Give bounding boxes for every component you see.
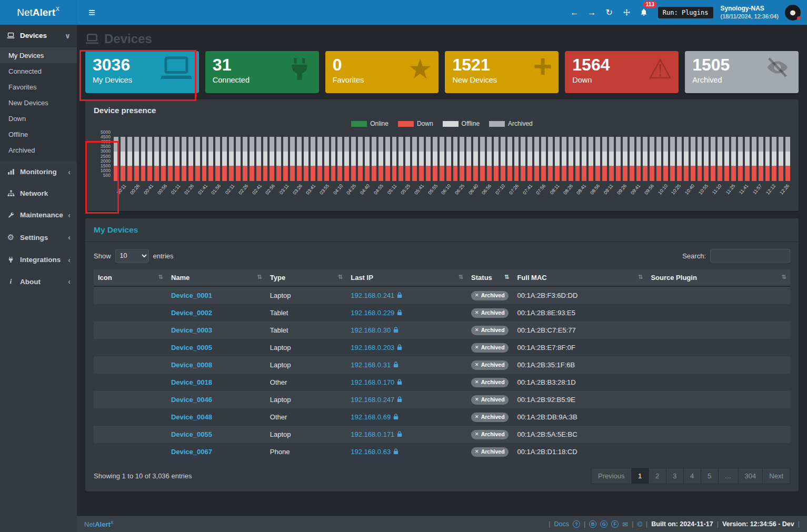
device-name-link[interactable]: Device_0005 (171, 344, 212, 352)
table-header-row: Icon⇅Name⇅Type⇅Last IP⇅Status⇅Full MAC⇅S… (94, 269, 790, 286)
bar-segment-down (147, 166, 152, 181)
bar-segment-archived (466, 137, 471, 152)
ip-link[interactable]: 192.168.0.63 (351, 448, 391, 456)
ip-link[interactable]: 192.168.0.203 (351, 344, 394, 352)
device-row: Device_0008Laptop192.168.0.31✕Archived00… (94, 356, 790, 374)
ip-link[interactable]: 192.168.0.30 (351, 326, 391, 334)
column-header-last-ip[interactable]: Last IP⇅ (346, 269, 467, 286)
pagination-page-2[interactable]: 2 (649, 468, 666, 484)
legend-item-archived[interactable]: Archived (489, 120, 533, 127)
bar-segment-offline (147, 152, 152, 166)
copyright-icon[interactable]: © (637, 520, 642, 528)
app-logo[interactable]: NetAlertX (0, 0, 77, 25)
column-header-full-mac[interactable]: Full MAC⇅ (513, 269, 646, 286)
ip-link[interactable]: 192.168.0.170 (351, 378, 394, 386)
cell-last-ip: 192.168.0.247 (346, 391, 467, 408)
sidebar-item-connected[interactable]: Connected (0, 63, 77, 79)
presence-bar (507, 137, 512, 181)
back-icon[interactable]: ← (566, 5, 583, 21)
mail-icon[interactable]: ✉ (622, 520, 628, 528)
sidebar-item-offline[interactable]: Offline (0, 126, 77, 142)
legend-item-online[interactable]: Online (351, 120, 388, 127)
cell-status: ✕Archived (467, 374, 513, 391)
bar-segment-archived (759, 137, 763, 152)
pagination-page-5[interactable]: 5 (701, 468, 719, 484)
stat-card-my-devices[interactable]: 3036 My Devices (85, 51, 199, 93)
bar-segment-offline (317, 152, 322, 166)
device-name-link[interactable]: Device_0003 (171, 326, 212, 334)
sidebar-item-maintenance[interactable]: Maintenance ‹ (0, 204, 77, 226)
refresh-icon[interactable]: ↻ (601, 5, 618, 21)
cell-full-mac: 00:1A:2B:F3:6D:DD (513, 286, 646, 304)
legend-item-offline[interactable]: Offline (443, 120, 480, 127)
sidebar-item-network[interactable]: Network (0, 183, 77, 204)
ip-link[interactable]: 192.168.0.69 (351, 413, 391, 421)
pagination-previous[interactable]: Previous (591, 468, 632, 484)
sidebar-item-archived[interactable]: Archived (0, 142, 77, 158)
column-header-type[interactable]: Type⇅ (266, 269, 346, 286)
docs-link[interactable]: Docs (554, 520, 569, 528)
stat-card-down[interactable]: 1564 Down ⚠ (565, 51, 679, 93)
bar-segment-archived (507, 137, 512, 152)
sidebar-item-my-devices[interactable]: My Devices (0, 47, 77, 63)
stat-card-new-devices[interactable]: 1521 New Devices + (445, 51, 559, 93)
device-row: Device_0048Other192.168.0.69✕Archived00:… (94, 408, 790, 426)
legend-item-down[interactable]: Down (398, 120, 433, 127)
pagination-page-1[interactable]: 1 (631, 468, 649, 484)
sidebar-item-monitoring[interactable]: Monitoring ‹ (0, 161, 77, 183)
bar-segment-archived (582, 137, 586, 152)
ip-link[interactable]: 192.168.0.31 (351, 361, 391, 369)
device-name-link[interactable]: Device_0067 (171, 448, 212, 456)
menu-toggle-icon[interactable]: ≡ (83, 6, 101, 19)
stat-card-favorites[interactable]: 0 Favorites ★ (325, 51, 439, 93)
column-header-status[interactable]: Status⇅ (467, 269, 513, 286)
page-length-select[interactable]: 10 (115, 249, 149, 263)
ip-link[interactable]: 192.168.0.229 (351, 309, 394, 317)
ip-link[interactable]: 192.168.0.241 (351, 292, 394, 299)
device-name-link[interactable]: Device_0002 (171, 309, 212, 317)
footer-brand[interactable]: NetAlertX (84, 520, 114, 528)
stat-card-connected[interactable]: 31 Connected (205, 51, 319, 93)
column-header-name[interactable]: Name⇅ (167, 269, 266, 286)
sidebar-item-down[interactable]: Down (0, 111, 77, 126)
ip-link[interactable]: 192.168.0.247 (351, 396, 394, 404)
cell-full-mac: 00:1A:2B:DB:9A:3B (513, 408, 646, 426)
device-name-link[interactable]: Device_0018 (171, 378, 212, 386)
pagination-next[interactable]: Next (762, 468, 790, 484)
help-icon[interactable]: ? (573, 520, 580, 528)
pagination-page-…[interactable]: … (718, 468, 739, 484)
bar-segment-offline (324, 152, 329, 166)
bar-segment-down (569, 166, 573, 181)
device-name-link[interactable]: Device_0048 (171, 413, 212, 421)
sidebar-item-devices[interactable]: Devices ∨ (0, 25, 77, 46)
footer-brand-net: Net (84, 520, 95, 528)
gitlab-icon[interactable]: F (611, 520, 619, 528)
search-input[interactable] (710, 249, 790, 263)
ip-link[interactable]: 192.168.0.171 (351, 430, 394, 438)
column-header-icon[interactable]: Icon⇅ (94, 269, 167, 286)
sidebar-item-favorites[interactable]: Favorites (0, 79, 77, 95)
github-icon[interactable]: G (600, 520, 607, 528)
bar-segment-down (283, 166, 288, 181)
bar-segment-archived (344, 137, 349, 152)
sidebar-item-settings[interactable]: ⚙ Settings ‹ (0, 226, 77, 249)
device-name-link[interactable]: Device_0001 (171, 292, 212, 299)
stat-card-archived[interactable]: 1505 Archived (685, 51, 799, 93)
sidebar-item-new-devices[interactable]: New Devices (0, 95, 77, 111)
sidebar-item-about[interactable]: i About ‹ (0, 270, 77, 293)
notifications-bell[interactable]: 113 (635, 5, 653, 21)
legend-label: Archived (508, 120, 533, 127)
column-header-source-plugin[interactable]: Source Plugin⇅ (646, 269, 790, 286)
pagination-page-3[interactable]: 3 (666, 468, 684, 484)
pagination-page-304[interactable]: 304 (738, 468, 763, 484)
sidebar-item-integrations[interactable]: Integrations ‹ (0, 249, 77, 270)
forward-icon[interactable]: → (583, 5, 601, 21)
bug-icon[interactable]: B (589, 520, 596, 528)
maximize-icon[interactable] (618, 5, 635, 21)
device-name-link[interactable]: Device_0055 (171, 430, 212, 438)
pagination-page-4[interactable]: 4 (683, 468, 701, 484)
device-name-link[interactable]: Device_0046 (171, 396, 212, 404)
user-avatar[interactable]: ☻ (785, 5, 801, 21)
bar-segment-offline (691, 152, 695, 166)
device-name-link[interactable]: Device_0008 (171, 361, 212, 369)
